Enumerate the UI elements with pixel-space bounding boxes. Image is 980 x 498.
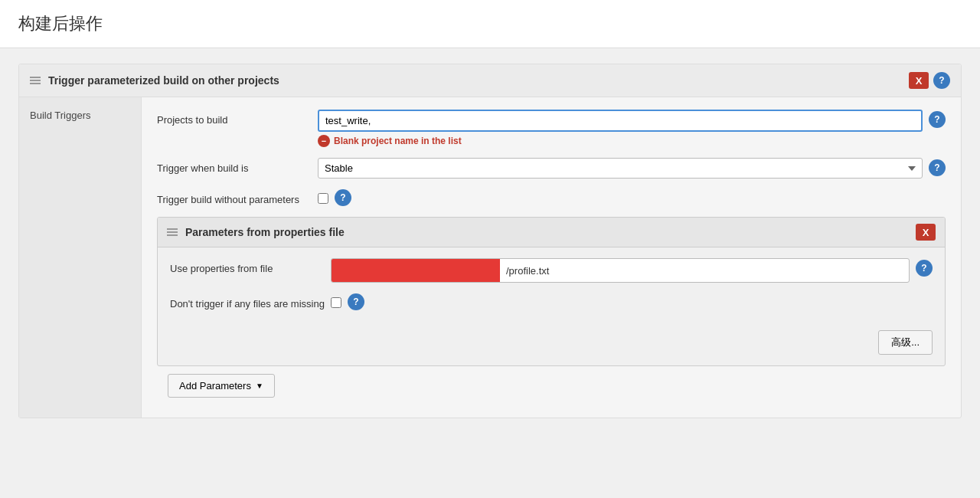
trigger-label: Trigger when build is [157,158,318,174]
advanced-button[interactable]: 高级... [878,330,933,355]
sidebar-label: Build Triggers [19,97,142,418]
page-title: 构建后操作 [18,12,962,35]
page-header: 构建后操作 [0,0,980,48]
trigger-params-checkbox[interactable] [318,193,328,204]
dont-trigger-label: Don't trigger if any files are missing [170,293,331,310]
chevron-down-icon: ▼ [256,382,263,390]
add-params-button[interactable]: Add Parameters ▼ [168,374,275,398]
dont-trigger-row: Don't trigger if any files are missing ? [170,293,933,310]
trigger-help-button[interactable]: ? [929,159,946,176]
use-file-row: Use properties from file /profile.txt ? [170,258,933,283]
trigger-params-wrap [318,189,328,204]
trigger-row: Trigger when build is Stable Unstable Fa… [157,158,946,179]
section-help-button[interactable]: ? [933,72,950,89]
sub-section-title: Parameters from properties file [185,226,916,238]
use-file-control: /profile.txt [331,258,910,283]
projects-input[interactable] [318,110,923,132]
projects-error: − Blank project name in the list [318,135,923,147]
use-file-help-button[interactable]: ? [916,260,933,277]
use-file-label: Use properties from file [170,258,331,274]
file-input-text: /profile.txt [500,261,909,280]
add-params-row: Add Parameters ▼ [157,366,946,405]
page-body: Trigger parameterized build on other pro… [0,48,980,434]
projects-row: Projects to build − Blank project name i… [157,110,946,147]
trigger-params-help-button[interactable]: ? [335,189,351,206]
file-input-red-area [332,259,500,282]
trigger-params-row: Trigger build without parameters ? [157,189,946,206]
sub-section-card: Parameters from properties file X Use pr… [157,217,946,366]
projects-control-wrap: − Blank project name in the list [318,110,923,147]
error-text: Blank project name in the list [334,136,462,146]
dont-trigger-checkbox[interactable] [331,297,341,308]
projects-label: Projects to build [157,110,318,126]
trigger-select[interactable]: Stable Unstable Failed Always [318,158,923,179]
projects-help-button[interactable]: ? [929,111,946,128]
dont-trigger-help-button[interactable]: ? [348,293,364,310]
trigger-control-wrap: Stable Unstable Failed Always [318,158,923,179]
trigger-params-label: Trigger build without parameters [157,189,318,205]
error-icon: − [318,135,330,147]
trigger-section-card: Trigger parameterized build on other pro… [18,64,962,418]
sub-section-close-button[interactable]: X [916,224,936,241]
section-body: Build Triggers Projects to build − Blank… [19,97,961,418]
drag-handle[interactable] [30,77,41,84]
file-input-wrap: /profile.txt [331,258,910,283]
section-close-button[interactable]: X [909,72,929,89]
sub-drag-handle[interactable] [167,228,178,236]
form-area: Projects to build − Blank project name i… [142,97,961,418]
section-header: Trigger parameterized build on other pro… [19,64,961,97]
clearfix: 高级... [170,321,933,355]
section-title: Trigger parameterized build on other pro… [48,74,909,87]
sub-section-body: Use properties from file /profile.txt ? [158,247,945,365]
dont-trigger-wrap [331,293,341,308]
sub-section-header: Parameters from properties file X [158,218,945,247]
add-params-label: Add Parameters [179,380,251,392]
